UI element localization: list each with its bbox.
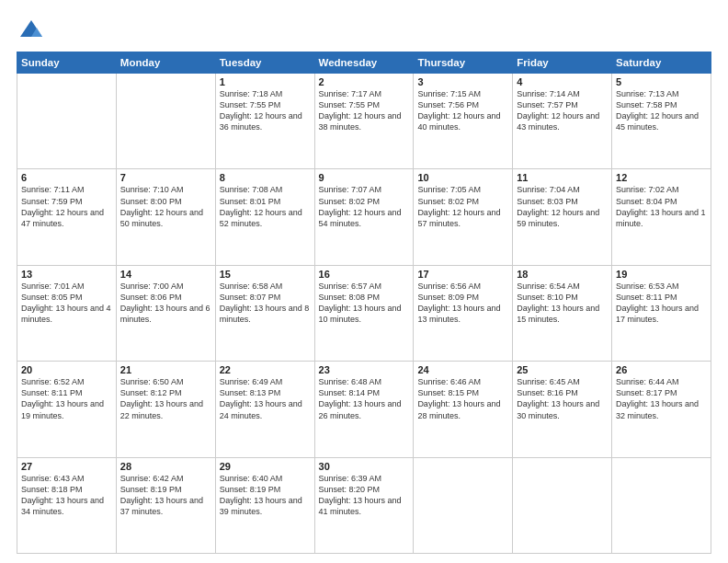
day-number: 13 [21, 269, 112, 280]
day-number: 19 [616, 269, 707, 280]
day-number: 6 [21, 172, 112, 183]
day-number: 16 [319, 269, 410, 280]
page: SundayMondayTuesdayWednesdayThursdayFrid… [0, 0, 728, 563]
calendar-cell [414, 457, 513, 553]
day-of-week-header: Sunday [17, 52, 117, 74]
day-info: Sunrise: 7:10 AM Sunset: 8:00 PM Dayligh… [120, 184, 211, 229]
day-info: Sunrise: 7:00 AM Sunset: 8:06 PM Dayligh… [120, 281, 211, 326]
calendar-cell [513, 457, 612, 553]
calendar-cell: 20Sunrise: 6:52 AM Sunset: 8:11 PM Dayli… [17, 362, 117, 457]
day-info: Sunrise: 6:48 AM Sunset: 8:14 PM Dayligh… [319, 376, 410, 421]
calendar-cell: 4Sunrise: 7:14 AM Sunset: 7:57 PM Daylig… [513, 74, 612, 169]
calendar-cell: 13Sunrise: 7:01 AM Sunset: 8:05 PM Dayli… [17, 265, 117, 361]
day-info: Sunrise: 7:18 AM Sunset: 7:55 PM Dayligh… [220, 88, 311, 133]
day-info: Sunrise: 7:05 AM Sunset: 8:02 PM Dayligh… [417, 184, 508, 229]
day-number: 12 [616, 172, 707, 183]
day-of-week-header: Thursday [414, 52, 513, 74]
day-number: 11 [517, 172, 608, 183]
day-info: Sunrise: 7:15 AM Sunset: 7:56 PM Dayligh… [417, 88, 508, 133]
day-info: Sunrise: 6:50 AM Sunset: 8:12 PM Dayligh… [120, 376, 211, 421]
day-number: 24 [417, 364, 508, 375]
day-number: 27 [21, 461, 112, 472]
calendar-week-row: 6Sunrise: 7:11 AM Sunset: 7:59 PM Daylig… [17, 169, 711, 265]
calendar-cell: 8Sunrise: 7:08 AM Sunset: 8:01 PM Daylig… [215, 169, 314, 265]
day-number: 17 [417, 269, 508, 280]
calendar-cell: 26Sunrise: 6:44 AM Sunset: 8:17 PM Dayli… [612, 362, 711, 457]
day-info: Sunrise: 7:04 AM Sunset: 8:03 PM Dayligh… [517, 184, 608, 229]
calendar-cell: 27Sunrise: 6:43 AM Sunset: 8:18 PM Dayli… [17, 457, 117, 553]
day-number: 25 [517, 364, 608, 375]
day-info: Sunrise: 7:11 AM Sunset: 7:59 PM Dayligh… [21, 184, 112, 229]
calendar-week-row: 13Sunrise: 7:01 AM Sunset: 8:05 PM Dayli… [17, 265, 711, 361]
logo-icon [18, 17, 44, 42]
header [17, 17, 711, 42]
day-info: Sunrise: 6:39 AM Sunset: 8:20 PM Dayligh… [319, 473, 410, 518]
day-info: Sunrise: 7:02 AM Sunset: 8:04 PM Dayligh… [616, 184, 707, 229]
calendar-cell: 3Sunrise: 7:15 AM Sunset: 7:56 PM Daylig… [414, 74, 513, 169]
day-of-week-header: Friday [513, 52, 612, 74]
day-info: Sunrise: 6:53 AM Sunset: 8:11 PM Dayligh… [616, 281, 707, 326]
day-info: Sunrise: 6:54 AM Sunset: 8:10 PM Dayligh… [517, 281, 608, 326]
calendar-cell: 9Sunrise: 7:07 AM Sunset: 8:02 PM Daylig… [314, 169, 414, 265]
day-info: Sunrise: 6:58 AM Sunset: 8:07 PM Dayligh… [220, 281, 311, 326]
day-info: Sunrise: 7:13 AM Sunset: 7:58 PM Dayligh… [616, 88, 707, 133]
calendar-week-row: 27Sunrise: 6:43 AM Sunset: 8:18 PM Dayli… [17, 457, 711, 553]
day-of-week-header: Saturday [612, 52, 711, 74]
day-info: Sunrise: 6:57 AM Sunset: 8:08 PM Dayligh… [319, 281, 410, 326]
day-number: 28 [120, 461, 211, 472]
day-info: Sunrise: 7:07 AM Sunset: 8:02 PM Dayligh… [319, 184, 410, 229]
calendar-cell: 6Sunrise: 7:11 AM Sunset: 7:59 PM Daylig… [17, 169, 117, 265]
calendar-cell: 16Sunrise: 6:57 AM Sunset: 8:08 PM Dayli… [314, 265, 414, 361]
day-info: Sunrise: 6:44 AM Sunset: 8:17 PM Dayligh… [616, 376, 707, 421]
calendar-week-row: 1Sunrise: 7:18 AM Sunset: 7:55 PM Daylig… [17, 74, 711, 169]
day-of-week-header: Wednesday [314, 52, 414, 74]
day-number: 7 [120, 172, 211, 183]
day-info: Sunrise: 7:14 AM Sunset: 7:57 PM Dayligh… [517, 88, 608, 133]
day-number: 4 [517, 76, 608, 87]
calendar-cell: 17Sunrise: 6:56 AM Sunset: 8:09 PM Dayli… [414, 265, 513, 361]
day-number: 30 [319, 461, 410, 472]
day-info: Sunrise: 6:49 AM Sunset: 8:13 PM Dayligh… [220, 376, 311, 421]
day-info: Sunrise: 6:45 AM Sunset: 8:16 PM Dayligh… [517, 376, 608, 421]
calendar-cell: 7Sunrise: 7:10 AM Sunset: 8:00 PM Daylig… [116, 169, 215, 265]
calendar-cell: 22Sunrise: 6:49 AM Sunset: 8:13 PM Dayli… [215, 362, 314, 457]
day-of-week-header: Tuesday [215, 52, 314, 74]
day-number: 23 [319, 364, 410, 375]
day-number: 8 [220, 172, 311, 183]
day-info: Sunrise: 6:40 AM Sunset: 8:19 PM Dayligh… [220, 473, 311, 518]
calendar-cell [612, 457, 711, 553]
day-info: Sunrise: 6:52 AM Sunset: 8:11 PM Dayligh… [21, 376, 112, 421]
logo [17, 17, 48, 42]
calendar-cell: 2Sunrise: 7:17 AM Sunset: 7:55 PM Daylig… [314, 74, 414, 169]
day-number: 3 [417, 76, 508, 87]
calendar-cell: 5Sunrise: 7:13 AM Sunset: 7:58 PM Daylig… [612, 74, 711, 169]
day-number: 15 [220, 269, 311, 280]
calendar-cell: 11Sunrise: 7:04 AM Sunset: 8:03 PM Dayli… [513, 169, 612, 265]
day-number: 14 [120, 269, 211, 280]
day-number: 18 [517, 269, 608, 280]
calendar-cell: 30Sunrise: 6:39 AM Sunset: 8:20 PM Dayli… [314, 457, 414, 553]
calendar-cell: 1Sunrise: 7:18 AM Sunset: 7:55 PM Daylig… [215, 74, 314, 169]
calendar-cell [116, 74, 215, 169]
day-info: Sunrise: 6:56 AM Sunset: 8:09 PM Dayligh… [417, 281, 508, 326]
calendar-cell: 12Sunrise: 7:02 AM Sunset: 8:04 PM Dayli… [612, 169, 711, 265]
day-number: 2 [319, 76, 410, 87]
calendar-cell: 15Sunrise: 6:58 AM Sunset: 8:07 PM Dayli… [215, 265, 314, 361]
calendar-cell: 25Sunrise: 6:45 AM Sunset: 8:16 PM Dayli… [513, 362, 612, 457]
calendar-cell: 19Sunrise: 6:53 AM Sunset: 8:11 PM Dayli… [612, 265, 711, 361]
calendar-week-row: 20Sunrise: 6:52 AM Sunset: 8:11 PM Dayli… [17, 362, 711, 457]
calendar-cell [17, 74, 117, 169]
calendar-table: SundayMondayTuesdayWednesdayThursdayFrid… [17, 52, 711, 554]
day-number: 21 [120, 364, 211, 375]
day-info: Sunrise: 7:17 AM Sunset: 7:55 PM Dayligh… [319, 88, 410, 133]
calendar-cell: 28Sunrise: 6:42 AM Sunset: 8:19 PM Dayli… [116, 457, 215, 553]
day-info: Sunrise: 6:42 AM Sunset: 8:19 PM Dayligh… [120, 473, 211, 518]
day-of-week-header: Monday [116, 52, 215, 74]
day-number: 22 [220, 364, 311, 375]
calendar-cell: 29Sunrise: 6:40 AM Sunset: 8:19 PM Dayli… [215, 457, 314, 553]
calendar-cell: 14Sunrise: 7:00 AM Sunset: 8:06 PM Dayli… [116, 265, 215, 361]
day-number: 1 [220, 76, 311, 87]
calendar-cell: 24Sunrise: 6:46 AM Sunset: 8:15 PM Dayli… [414, 362, 513, 457]
calendar-cell: 23Sunrise: 6:48 AM Sunset: 8:14 PM Dayli… [314, 362, 414, 457]
day-info: Sunrise: 7:08 AM Sunset: 8:01 PM Dayligh… [220, 184, 311, 229]
